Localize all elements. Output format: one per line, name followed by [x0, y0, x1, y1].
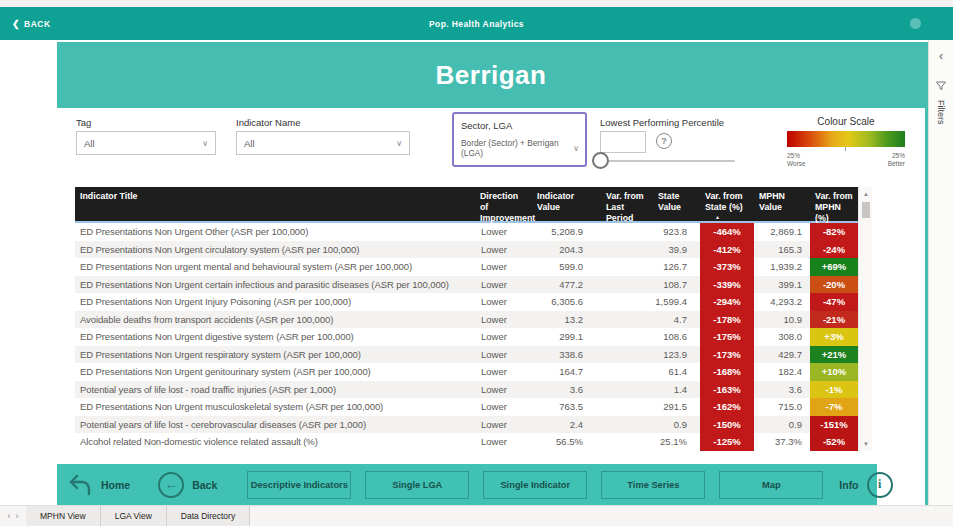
nav-button-descriptive-indicators[interactable]: Descriptive Indicators	[247, 471, 351, 499]
home-button[interactable]: Home	[67, 472, 130, 498]
cell-indicator-title: Potential years of life lost - cerebrova…	[75, 416, 475, 434]
column-header-mphn-value[interactable]: MPHN Value	[754, 187, 810, 224]
cell-var-from-state: -150%	[700, 416, 754, 434]
indicator-table: Indicator TitleDirection of ImprovementI…	[75, 187, 872, 451]
table-row[interactable]: ED Presentations Non Urgent circulatory …	[75, 241, 858, 259]
cell-indicator-value: 56.5%	[532, 433, 601, 451]
indicator-name-filter-value: All	[244, 138, 255, 149]
scroll-up-icon[interactable]: ▲	[859, 191, 873, 197]
cell-var-last-period	[601, 346, 653, 364]
table-row[interactable]: ED Presentations Non Urgent respiratory …	[75, 346, 858, 364]
column-header-var-from-mphn[interactable]: Var. from MPHN (%)	[810, 187, 858, 224]
cell-var-from-state: -178%	[700, 311, 754, 329]
table-row[interactable]: ED Presentations Non Urgent certain infe…	[75, 276, 858, 294]
table-row[interactable]: Avoidable deaths from transport accident…	[75, 311, 858, 329]
window-top-strip	[0, 0, 953, 7]
nav-button-single-lga[interactable]: Single LGA	[365, 471, 469, 499]
share-icon[interactable]	[910, 18, 921, 29]
table-row[interactable]: ED Presentations Non Urgent Other (ASR p…	[75, 223, 858, 241]
table-row[interactable]: ED Presentations Non Urgent Injury Poiso…	[75, 293, 858, 311]
page-title-banner: Berrigan	[57, 42, 925, 108]
cell-var-last-period	[601, 381, 653, 399]
nav-button-map[interactable]: Map	[719, 471, 823, 499]
tag-filter-dropdown[interactable]: All ∨	[76, 131, 216, 155]
page-tab-mphn-view[interactable]: MPHN View	[26, 506, 101, 526]
cell-state-value: 123.9	[653, 346, 700, 364]
back-button[interactable]: ← Back	[158, 472, 217, 498]
report-page-tabs: ‹ › MPHN ViewLGA ViewData Directory	[0, 505, 953, 526]
column-header-direction-of-improvement[interactable]: Direction of Improvement	[475, 187, 532, 224]
column-header-label: Var. from State (%)	[705, 191, 743, 212]
cell-mphn-value: 10.9	[754, 311, 810, 329]
chevron-down-icon: ∨	[396, 139, 402, 148]
cell-state-value: 4.7	[653, 311, 700, 329]
cell-var-from-state: -412%	[700, 241, 754, 259]
scrollbar-thumb[interactable]	[862, 202, 870, 218]
table-row[interactable]: Alcohol related Non-domestic violence re…	[75, 433, 858, 451]
cell-indicator-title: ED Presentations Non Urgent digestive sy…	[75, 328, 475, 346]
app-title: Pop. Health Analytics	[0, 19, 953, 29]
table-row[interactable]: ED Presentations Non urgent mental and b…	[75, 258, 858, 276]
cell-var-last-period	[601, 258, 653, 276]
cell-mphn-value: 715.0	[754, 398, 810, 416]
cell-var-from-mphn: -21%	[810, 311, 858, 329]
percentile-slider-handle[interactable]	[592, 152, 609, 169]
cell-direction: Lower	[475, 223, 532, 241]
cell-state-value: 108.7	[653, 276, 700, 294]
cell-mphn-value: 37.3%	[754, 433, 810, 451]
percentile-input[interactable]	[600, 131, 646, 153]
colour-scale-label: Colour Scale	[787, 116, 905, 127]
column-header-indicator-value[interactable]: Indicator Value	[532, 187, 601, 224]
chevron-down-icon: ∨	[202, 139, 208, 148]
cell-var-from-mphn: +3%	[810, 328, 858, 346]
footer-nav-bar: Home ← Back Descriptive IndicatorsSingle…	[57, 464, 877, 505]
cell-mphn-value: 4,293.2	[754, 293, 810, 311]
table-row[interactable]: ED Presentations Non Urgent genitourinar…	[75, 363, 858, 381]
table-row[interactable]: ED Presentations Non Urgent digestive sy…	[75, 328, 858, 346]
cell-indicator-title: ED Presentations Non Urgent musculoskele…	[75, 398, 475, 416]
scroll-down-icon[interactable]: ▼	[859, 441, 873, 447]
cell-indicator-value: 2.4	[532, 416, 601, 434]
table-row[interactable]: ED Presentations Non Urgent musculoskele…	[75, 398, 858, 416]
percentile-label: Lowest Performing Percentile	[600, 117, 724, 128]
nav-button-single-indicator[interactable]: Single Indicator	[483, 471, 587, 499]
cell-var-last-period	[601, 293, 653, 311]
expand-filters-chevron-icon[interactable]: ‹	[939, 50, 943, 62]
sector-lga-dropdown[interactable]: Border (Sector) + Berrigan (LGA) ∨	[461, 138, 579, 158]
cell-state-value: 61.4	[653, 363, 700, 381]
colour-scale-better-label: 25% Better	[865, 152, 905, 168]
cell-var-from-mphn: -52%	[810, 433, 858, 451]
table-scrollbar[interactable]: ▲ ▼	[858, 187, 872, 451]
column-header-state-value[interactable]: State Value	[653, 187, 700, 224]
indicator-name-filter-dropdown[interactable]: All ∨	[236, 131, 410, 155]
cell-direction: Lower	[475, 346, 532, 364]
column-header-var-from-last-period[interactable]: Var. from Last Period	[601, 187, 653, 224]
page-tab-data-directory[interactable]: Data Directory	[167, 506, 250, 526]
cell-var-last-period	[601, 276, 653, 294]
tab-prev-icon[interactable]: ‹	[8, 511, 11, 521]
cell-state-value: 25.1%	[653, 433, 700, 451]
cell-mphn-value: 399.1	[754, 276, 810, 294]
nav-button-time-series[interactable]: Time Series	[601, 471, 705, 499]
page-tab-lga-view[interactable]: LGA View	[101, 506, 167, 526]
column-header-indicator-title[interactable]: Indicator Title	[75, 187, 475, 224]
tag-filter-label: Tag	[76, 117, 91, 128]
tag-filter-value: All	[84, 138, 95, 149]
info-button[interactable]: Info i	[839, 472, 892, 498]
percentile-slider-track[interactable]	[594, 160, 735, 162]
tab-nav-arrows: ‹ ›	[0, 506, 26, 526]
help-icon[interactable]: ?	[656, 133, 672, 149]
cell-var-last-period	[601, 433, 653, 451]
cell-var-from-mphn: -82%	[810, 223, 858, 241]
cell-state-value: 39.9	[653, 241, 700, 259]
info-icon: i	[867, 472, 893, 498]
table-row[interactable]: Potential years of life lost - cerebrova…	[75, 416, 858, 434]
table-row[interactable]: Potential years of life lost - road traf…	[75, 381, 858, 399]
cell-var-from-state: -294%	[700, 293, 754, 311]
column-header-var-from-state[interactable]: Var. from State (%)▲	[700, 187, 754, 224]
cell-mphn-value: 2,869.1	[754, 223, 810, 241]
tab-next-icon[interactable]: ›	[16, 511, 19, 521]
cell-direction: Lower	[475, 258, 532, 276]
cell-var-from-state: -125%	[700, 433, 754, 451]
sector-lga-value: Border (Sector) + Berrigan (LGA)	[461, 138, 573, 158]
